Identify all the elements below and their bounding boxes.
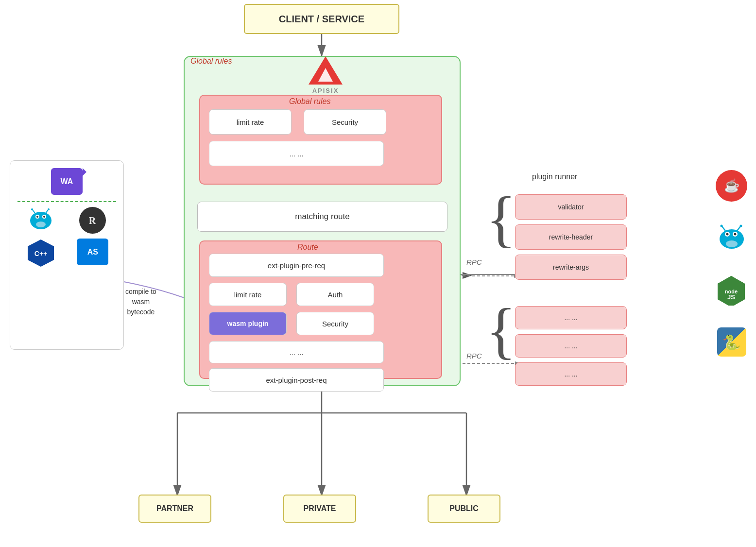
auth-route-box: Auth (296, 283, 374, 306)
rewrite-header-box: rewrite-header (515, 224, 627, 250)
partner-box: PARTNER (138, 495, 211, 523)
route-title: Route (297, 243, 318, 252)
dashed-separator (17, 201, 116, 202)
security-route-box: Security (296, 312, 374, 335)
dots-global-box: ... ... (209, 141, 384, 166)
diagram: RPC RPC CLIENT / SERVICE APISIX Global r… (0, 0, 756, 547)
dots-runner-3: ... ... (515, 362, 627, 386)
icons-grid: R C++ AS (17, 207, 116, 267)
go-icon-left (17, 207, 65, 234)
wasm-plugin-box: wasm plugin (209, 312, 287, 335)
svg-text:R: R (89, 215, 96, 226)
cpp-svg: C++ (27, 239, 55, 267)
go-mascot-svg (27, 207, 55, 231)
private-box: PRIVATE (283, 495, 356, 523)
left-panel: WA (10, 160, 124, 350)
ext-post-req-box: ext-plugin-post-req (209, 368, 384, 392)
right-icons: ☕ node (716, 170, 747, 357)
go-gopher-right-svg (716, 223, 747, 250)
wa-logo: WA (51, 168, 83, 195)
left-brace-top: { (486, 187, 516, 250)
left-brace-bottom: { (486, 299, 516, 362)
svg-point-45 (734, 233, 737, 236)
apisix-text: APISIX (312, 87, 339, 94)
dots-route-box: ... ... (209, 341, 384, 363)
svg-point-29 (43, 216, 45, 218)
as-logo-container: AS (69, 239, 117, 267)
ext-pre-req-box: ext-plugin-pre-req (209, 254, 384, 277)
client-service-box: CLIENT / SERVICE (244, 4, 399, 34)
svg-text:C++: C++ (34, 250, 47, 257)
cpp-icon-container: C++ (17, 239, 65, 267)
global-rules-box: Global rules (199, 95, 442, 185)
rust-svg: R (82, 209, 103, 231)
dots-runner-1: ... ... (515, 306, 627, 329)
svg-text:RPC: RPC (466, 352, 482, 360)
matching-route-label: matching route (295, 212, 349, 222)
svg-line-49 (737, 226, 740, 231)
svg-line-31 (33, 210, 35, 214)
go-icon-right (716, 223, 747, 252)
compile-text: compile towasmbytecode (125, 287, 156, 317)
rust-icon-left: R (69, 207, 117, 234)
svg-point-48 (721, 225, 723, 227)
svg-text:JS: JS (727, 293, 735, 301)
global-rules-title: Global rules (289, 97, 330, 106)
plugin-runner-label: plugin runner (532, 172, 577, 181)
validator-box: validator (515, 194, 627, 220)
security-global-box: Security (304, 109, 386, 135)
svg-point-46 (726, 240, 738, 247)
rust-logo: R (79, 207, 106, 234)
nodejs-icon: node JS (716, 274, 747, 306)
svg-text:RPC: RPC (466, 258, 482, 266)
svg-point-34 (48, 208, 50, 210)
svg-line-47 (722, 226, 725, 231)
svg-point-30 (36, 222, 46, 227)
nodejs-svg: node JS (716, 274, 747, 306)
public-box: PUBLIC (428, 495, 500, 523)
svg-line-33 (45, 210, 48, 214)
svg-point-50 (740, 225, 742, 227)
matching-route-box: matching route (197, 202, 447, 232)
global-rules-label: Global rules (190, 57, 431, 66)
client-service-label: CLIENT / SERVICE (279, 14, 364, 25)
python-icon: 🐍 (717, 327, 746, 357)
as-logo: AS (77, 239, 108, 265)
limit-rate-global-box: limit rate (209, 109, 292, 135)
java-icon: ☕ (716, 170, 747, 202)
svg-point-28 (36, 216, 38, 218)
limit-rate-route-box: limit rate (209, 283, 287, 306)
dots-runner-2: ... ... (515, 334, 627, 358)
svg-point-44 (726, 233, 729, 236)
rewrite-args-box: rewrite-args (515, 255, 627, 280)
svg-point-32 (31, 208, 33, 210)
wa-notch (83, 168, 86, 176)
